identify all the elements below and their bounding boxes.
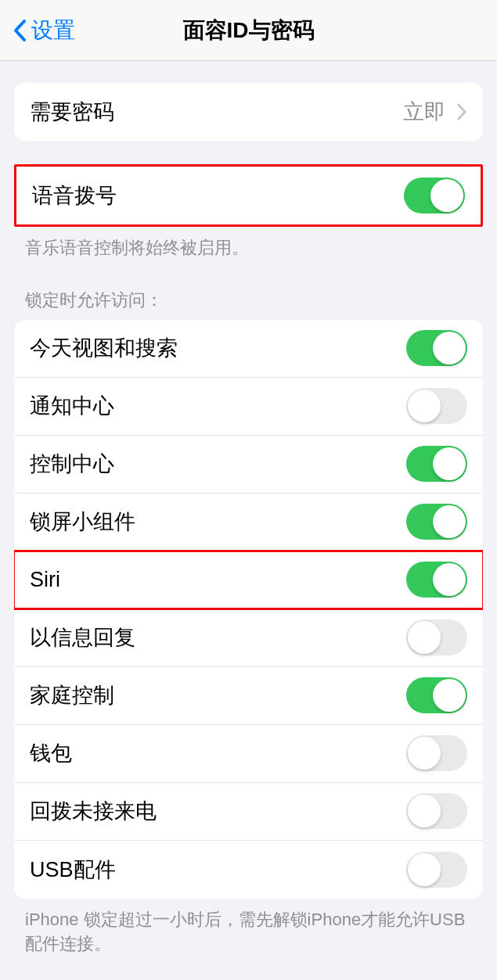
lock-access-section: 今天视图和搜索通知中心控制中心锁屏小组件Siri以信息回复家庭控制钱包回拨未接来… xyxy=(14,320,483,899)
toggle-knob xyxy=(433,332,466,364)
toggle-knob xyxy=(408,621,441,654)
lock-access-label: 今天视图和搜索 xyxy=(30,334,178,362)
lock-access-label: 控制中心 xyxy=(30,450,114,478)
back-button[interactable]: 设置 xyxy=(13,16,75,45)
page-title: 面容ID与密码 xyxy=(183,16,315,45)
lock-access-toggle[interactable] xyxy=(406,562,467,598)
lock-access-toggle[interactable] xyxy=(406,504,467,540)
lock-access-label: 以信息回复 xyxy=(30,623,135,652)
chevron-right-icon xyxy=(456,103,467,120)
lock-access-row: 家庭控制 xyxy=(14,667,483,725)
lock-access-row: Siri xyxy=(14,551,483,609)
voice-dial-section: 语音拨号 xyxy=(14,164,483,227)
voice-dial-toggle[interactable] xyxy=(404,178,465,214)
chevron-left-icon xyxy=(13,19,27,42)
lock-access-toggle[interactable] xyxy=(406,793,467,829)
lock-access-row: 控制中心 xyxy=(14,436,483,494)
lock-access-toggle[interactable] xyxy=(406,619,467,655)
lock-access-row: 以信息回复 xyxy=(14,609,483,667)
voice-dial-row: 语音拨号 xyxy=(16,167,481,224)
lock-access-row: USB配件 xyxy=(14,841,483,899)
require-passcode-value: 立即 xyxy=(403,98,467,126)
lock-access-row: 通知中心 xyxy=(14,378,483,436)
lock-access-row: 锁屏小组件 xyxy=(14,494,483,551)
passcode-section: 需要密码 立即 xyxy=(14,83,483,141)
content-scroll[interactable]: 需要密码 立即 语音拨号 音乐语音控制将始终被启用。 锁定时允许访问： 今天视图… xyxy=(0,83,497,956)
lock-access-row: 今天视图和搜索 xyxy=(14,320,483,378)
lock-access-toggle[interactable] xyxy=(406,735,467,771)
lock-access-label: Siri xyxy=(30,568,60,592)
toggle-knob xyxy=(433,505,466,538)
lock-access-row: 回拨未接来电 xyxy=(14,783,483,841)
voice-dial-footer: 音乐语音控制将始终被启用。 xyxy=(0,227,497,260)
lock-access-label: 锁屏小组件 xyxy=(30,508,135,536)
lock-access-label: 回拨未接来电 xyxy=(30,797,157,825)
lock-access-toggle[interactable] xyxy=(406,677,467,713)
toggle-knob xyxy=(408,795,441,827)
lock-access-label: 家庭控制 xyxy=(30,681,114,709)
toggle-knob xyxy=(408,737,441,770)
require-passcode-row[interactable]: 需要密码 立即 xyxy=(14,83,483,141)
require-passcode-label: 需要密码 xyxy=(30,98,114,126)
lock-access-label: 通知中心 xyxy=(30,392,114,420)
lock-access-toggle[interactable] xyxy=(406,446,467,482)
nav-header: 设置 面容ID与密码 xyxy=(0,0,497,61)
toggle-knob xyxy=(433,563,466,596)
toggle-knob xyxy=(408,389,441,422)
lock-access-label: 钱包 xyxy=(30,739,72,767)
lock-access-header: 锁定时允许访问： xyxy=(0,289,497,320)
toggle-knob xyxy=(433,679,466,712)
lock-access-footer: iPhone 锁定超过一小时后，需先解锁iPhone才能允许USB 配件连接。 xyxy=(0,899,497,957)
lock-access-row: 钱包 xyxy=(14,725,483,783)
back-label: 设置 xyxy=(31,16,75,45)
lock-access-toggle[interactable] xyxy=(406,330,467,366)
lock-access-label: USB配件 xyxy=(30,856,116,884)
lock-access-toggle[interactable] xyxy=(406,852,467,888)
toggle-knob xyxy=(430,179,463,212)
lock-access-toggle[interactable] xyxy=(406,388,467,424)
voice-dial-label: 语音拨号 xyxy=(32,181,117,210)
toggle-knob xyxy=(408,853,441,886)
toggle-knob xyxy=(433,447,466,480)
